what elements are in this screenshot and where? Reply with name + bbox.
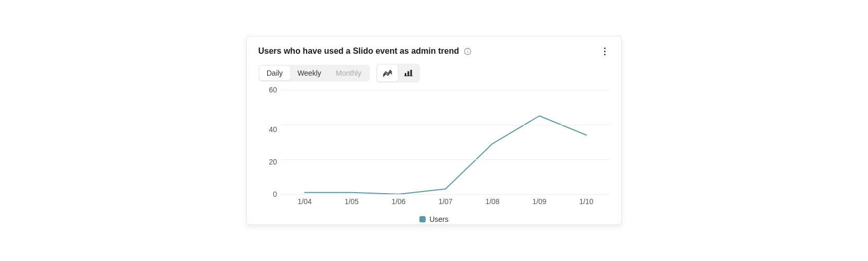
legend-swatch bbox=[419, 216, 426, 222]
card-title: Users who have used a Slido event as adm… bbox=[258, 46, 459, 56]
svg-rect-3 bbox=[405, 73, 406, 76]
line-series bbox=[281, 90, 610, 194]
chart-type-control bbox=[376, 64, 420, 82]
info-icon[interactable] bbox=[463, 47, 472, 55]
x-axis: 1/041/051/061/071/081/091/10 bbox=[281, 197, 610, 206]
x-tick: 1/06 bbox=[375, 197, 422, 206]
tab-monthly: Monthly bbox=[329, 66, 369, 80]
card-header: Users who have used a Slido event as adm… bbox=[258, 46, 610, 56]
x-tick: 1/08 bbox=[469, 197, 516, 206]
legend: Users bbox=[258, 215, 610, 223]
chart-card: Users who have used a Slido event as adm… bbox=[246, 36, 622, 225]
x-tick: 1/05 bbox=[328, 197, 375, 206]
tab-weekly[interactable]: Weekly bbox=[290, 66, 329, 80]
svg-rect-5 bbox=[410, 70, 412, 76]
svg-rect-6 bbox=[404, 76, 413, 76]
legend-label: Users bbox=[429, 215, 449, 223]
tab-daily[interactable]: Daily bbox=[259, 66, 290, 80]
x-tick: 1/07 bbox=[422, 197, 469, 206]
plot-area bbox=[281, 90, 610, 194]
granularity-segmented-control: Daily Weekly Monthly bbox=[258, 65, 370, 81]
x-tick: 1/09 bbox=[516, 197, 563, 206]
y-axis: 60 40 20 0 bbox=[258, 90, 277, 194]
x-tick: 1/10 bbox=[563, 197, 610, 206]
line-chart-icon[interactable] bbox=[377, 65, 398, 81]
svg-rect-4 bbox=[407, 71, 409, 76]
bar-chart-icon[interactable] bbox=[398, 65, 419, 81]
y-tick: 40 bbox=[269, 126, 277, 133]
y-tick: 0 bbox=[273, 191, 277, 198]
svg-point-2 bbox=[467, 50, 467, 50]
kebab-menu-icon[interactable] bbox=[599, 46, 610, 56]
title-wrap: Users who have used a Slido event as adm… bbox=[258, 46, 472, 56]
y-tick: 60 bbox=[269, 86, 277, 93]
y-tick: 20 bbox=[269, 158, 277, 165]
chart-area: 60 40 20 0 1/041/051/061/071/081/091/10 … bbox=[258, 90, 610, 215]
x-tick: 1/04 bbox=[281, 197, 328, 206]
controls-row: Daily Weekly Monthly bbox=[258, 64, 610, 82]
